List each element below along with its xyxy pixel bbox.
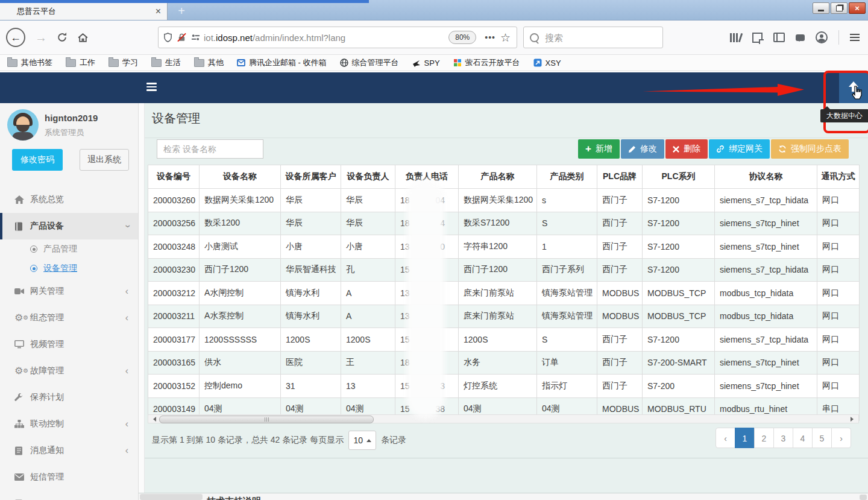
new-tab-button[interactable]: + xyxy=(172,4,190,19)
sidebar-collapse-icon[interactable] xyxy=(146,83,157,93)
table-cell: S7-200 xyxy=(643,375,715,398)
url-bar[interactable]: iot.idosp.net/admin/index.html?lang 80% … xyxy=(158,27,517,48)
table-row[interactable]: 200003211A水泵控制镇海水利A13庶来门前泵站镇海泵站管理MODBUSM… xyxy=(148,305,860,328)
sidebar-item-产品设备[interactable]: 产品设备‹ xyxy=(0,213,138,239)
scroll-right-icon[interactable] xyxy=(851,417,856,422)
pager-page-2[interactable]: 2 xyxy=(754,428,774,448)
bookmark-item[interactable]: 腾讯企业邮箱 - 收件箱 xyxy=(237,57,327,68)
修改-button[interactable]: 修改 xyxy=(621,139,664,159)
删除-button[interactable]: 删除 xyxy=(665,139,708,159)
table-cell: 1 xyxy=(537,235,597,259)
bookmark-item[interactable]: 萤石云开放平台 xyxy=(453,57,520,68)
pager-page-4[interactable]: 4 xyxy=(793,428,813,448)
table-row[interactable]: 200003230西门子1200华辰智通科技孔15西门子1200西门子系列西门子… xyxy=(148,258,860,282)
browser-search-input[interactable] xyxy=(544,32,643,43)
page-actions-icon[interactable]: ••• xyxy=(485,33,495,42)
tab-close-icon[interactable]: × xyxy=(156,7,161,16)
table-row[interactable]: 200003256数采1200华辰华辰184数采S71200S西门子S7-120… xyxy=(148,212,860,235)
table-row[interactable]: 200003212A水闸控制镇海水利A13庶来门前泵站镇海泵站管理MODBUSM… xyxy=(148,282,860,305)
sidebar-item-故障管理[interactable]: ⚙⚙故障管理‹ xyxy=(0,358,138,384)
forward-button[interactable]: → xyxy=(35,31,47,45)
home-button[interactable] xyxy=(77,33,89,43)
logout-button[interactable]: 退出系统 xyxy=(80,149,129,171)
table-cell: siemens_s7tcp_hinet xyxy=(715,351,817,375)
footer-scroll-corner xyxy=(860,495,867,500)
sidebar-item-消息通知[interactable]: 消息通知‹ xyxy=(0,437,138,464)
table-cell: 西门子 xyxy=(597,258,643,282)
permissions-icon[interactable] xyxy=(191,33,200,42)
table-cell: S7-1200 xyxy=(643,189,715,212)
sidebar-item-partial[interactable] xyxy=(0,490,138,500)
close-button[interactable]: × xyxy=(849,2,866,14)
page-size-select[interactable]: 10 xyxy=(348,431,376,450)
bookmark-label: SPY xyxy=(424,59,440,68)
bookmark-item[interactable]: XSY xyxy=(533,59,561,68)
sidebar-item-短信管理[interactable]: 短信管理 xyxy=(0,464,138,490)
avatar[interactable] xyxy=(7,109,39,141)
新增-button[interactable]: +新增 xyxy=(578,139,620,159)
pager-page-5[interactable]: 5 xyxy=(812,428,832,448)
chat-icon[interactable] xyxy=(796,34,805,41)
bookmark-item[interactable]: SPY xyxy=(412,59,440,68)
zoom-badge[interactable]: 80% xyxy=(448,31,476,44)
sidebar-subitem-设备管理[interactable]: 设备管理 xyxy=(0,259,138,278)
sidebar-subitem-产品管理[interactable]: 产品管理 xyxy=(0,239,138,259)
browser-search[interactable] xyxy=(523,27,663,48)
account-icon[interactable] xyxy=(816,31,828,43)
sidebar-toggle-icon[interactable] xyxy=(773,33,785,42)
table-cell: 华辰 xyxy=(341,212,395,235)
table-cell: S7-1200 xyxy=(643,235,715,259)
library-icon[interactable] xyxy=(730,33,741,42)
browser-tab[interactable]: 思普云平台 × xyxy=(0,3,168,20)
强制同步点表-button[interactable]: 强制同步点表 xyxy=(771,139,849,159)
bookmark-item[interactable]: 其他 xyxy=(194,57,224,68)
column-header: 设备所属客户 xyxy=(281,165,341,189)
reload-button[interactable] xyxy=(57,32,68,43)
sidebar-item-视频管理[interactable]: 视频管理 xyxy=(0,331,138,358)
pager-prev[interactable]: ‹ xyxy=(715,428,735,448)
folder-icon xyxy=(151,59,162,67)
screenshot-icon[interactable] xyxy=(752,33,763,43)
table-row[interactable]: 200003152控制demo3113153灯控系统指示灯西门子S7-200si… xyxy=(148,375,860,398)
url-text[interactable]: iot.idosp.net/admin/index.html?lang xyxy=(204,33,445,43)
footer-scrollbar-thumb[interactable] xyxy=(140,494,203,500)
pager-next[interactable]: › xyxy=(831,428,851,448)
restore-button[interactable] xyxy=(831,2,848,14)
sidebar-item-组态管理[interactable]: ⚙⚙组态管理‹ xyxy=(0,305,138,331)
minimize-button[interactable] xyxy=(813,2,829,14)
pager-page-1[interactable]: 1 xyxy=(735,428,755,448)
pager-page-3[interactable]: 3 xyxy=(773,428,793,448)
table-cell: 西门子 xyxy=(597,189,643,212)
sidebar-item-保养计划[interactable]: 保养计划 xyxy=(0,384,138,411)
table-row[interactable]: 200003248小唐测试小唐小唐130字符串12001西门子S7-1200si… xyxy=(148,235,860,259)
table-row[interactable]: 2000031771200SSSSSS1200S1200S151200SS西门子… xyxy=(148,328,860,352)
pencil-icon xyxy=(628,145,636,153)
sidebar-item-系统总览[interactable]: 系统总览 xyxy=(0,186,138,213)
bookmark-item[interactable]: 学习 xyxy=(108,57,138,68)
table-hscrollbar[interactable] xyxy=(148,414,859,423)
change-password-button[interactable]: 修改密码 xyxy=(12,149,63,171)
lock-crossed-icon[interactable] xyxy=(177,33,186,42)
绑定网关-button[interactable]: 绑定网关 xyxy=(709,139,770,159)
sidebar-scrollbar[interactable] xyxy=(139,103,145,493)
menu-icon[interactable] xyxy=(850,32,860,43)
device-search-input[interactable] xyxy=(157,139,263,159)
table-row[interactable]: 200003260数据网关采集1200华辰华辰1804数据网关采集1200s西门… xyxy=(148,189,860,212)
bookmark-star-icon[interactable]: ☆ xyxy=(500,31,511,45)
bookmark-item[interactable]: 综合管理平台 xyxy=(340,57,399,68)
table-cell: 网口 xyxy=(817,328,860,352)
bookmark-item[interactable]: 其他书签 xyxy=(7,57,52,68)
table-cell: 1200S xyxy=(281,328,341,352)
shield-icon[interactable] xyxy=(163,33,172,43)
sidebar-item-联动控制[interactable]: 联动控制‹ xyxy=(0,411,138,437)
bookmark-item[interactable]: 工作 xyxy=(66,57,95,68)
panel-divider xyxy=(145,138,868,138)
scrollbar-thumb[interactable] xyxy=(159,416,374,423)
table-row[interactable]: 200003165供水医院王18水务订单西门子S7-200-SMARTsieme… xyxy=(148,351,860,375)
table-cell: 数采S71200 xyxy=(459,212,537,235)
sidebar-item-网关管理[interactable]: 网关管理‹ xyxy=(0,278,138,305)
back-button[interactable]: ← xyxy=(6,28,25,47)
bookmark-item[interactable]: 生活 xyxy=(151,57,181,68)
scroll-left-icon[interactable] xyxy=(151,417,156,422)
url-path: /admin/index.html?lang xyxy=(253,33,345,43)
